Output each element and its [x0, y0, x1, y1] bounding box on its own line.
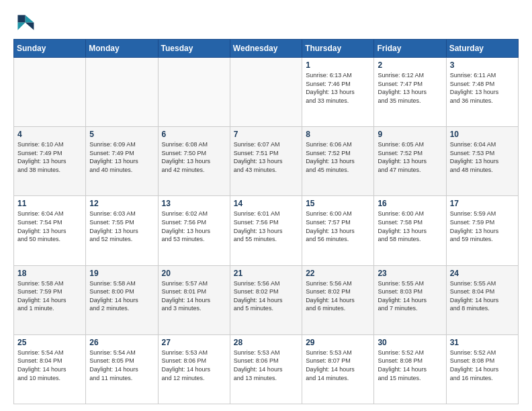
- day-cell: 22Sunrise: 5:56 AM Sunset: 8:02 PM Dayli…: [302, 265, 374, 334]
- day-cell: 23Sunrise: 5:55 AM Sunset: 8:03 PM Dayli…: [374, 265, 446, 334]
- day-cell: 2Sunrise: 6:12 AM Sunset: 7:47 PM Daylig…: [374, 58, 446, 127]
- day-cell: 25Sunrise: 5:54 AM Sunset: 8:04 PM Dayli…: [14, 334, 86, 404]
- day-cell: 1Sunrise: 6:13 AM Sunset: 7:46 PM Daylig…: [302, 58, 374, 127]
- day-info: Sunrise: 5:55 AM Sunset: 8:03 PM Dayligh…: [378, 279, 442, 313]
- svg-marker-0: [26, 15, 34, 22]
- weekday-friday: Friday: [374, 40, 446, 58]
- day-cell: 15Sunrise: 6:00 AM Sunset: 7:57 PM Dayli…: [302, 196, 374, 265]
- week-row-1: 1Sunrise: 6:13 AM Sunset: 7:46 PM Daylig…: [14, 58, 519, 127]
- logo-icon: [13, 11, 35, 32]
- day-number: 7: [234, 130, 298, 139]
- day-number: 11: [17, 199, 82, 208]
- day-cell: 14Sunrise: 6:01 AM Sunset: 7:56 PM Dayli…: [230, 196, 302, 265]
- day-cell: 20Sunrise: 5:57 AM Sunset: 8:01 PM Dayli…: [158, 265, 230, 334]
- day-number: 17: [450, 199, 515, 208]
- day-cell: 31Sunrise: 5:52 AM Sunset: 8:08 PM Dayli…: [446, 334, 518, 404]
- day-cell: 12Sunrise: 6:03 AM Sunset: 7:55 PM Dayli…: [86, 196, 158, 265]
- day-number: 22: [306, 269, 370, 278]
- weekday-tuesday: Tuesday: [158, 40, 230, 58]
- day-info: Sunrise: 6:07 AM Sunset: 7:51 PM Dayligh…: [234, 140, 298, 174]
- day-info: Sunrise: 5:53 AM Sunset: 8:06 PM Dayligh…: [162, 349, 226, 382]
- day-info: Sunrise: 6:05 AM Sunset: 7:52 PM Dayligh…: [378, 140, 442, 174]
- day-cell: 5Sunrise: 6:09 AM Sunset: 7:49 PM Daylig…: [86, 127, 158, 196]
- day-cell: 16Sunrise: 6:00 AM Sunset: 7:58 PM Dayli…: [374, 196, 446, 265]
- weekday-thursday: Thursday: [302, 40, 374, 58]
- day-info: Sunrise: 6:03 AM Sunset: 7:55 PM Dayligh…: [89, 210, 154, 243]
- day-number: 18: [17, 269, 82, 278]
- day-info: Sunrise: 5:55 AM Sunset: 8:04 PM Dayligh…: [450, 279, 515, 313]
- day-cell: 18Sunrise: 5:58 AM Sunset: 7:59 PM Dayli…: [14, 265, 86, 334]
- weekday-header-row: SundayMondayTuesdayWednesdayThursdayFrid…: [14, 40, 519, 58]
- day-info: Sunrise: 5:56 AM Sunset: 8:02 PM Dayligh…: [306, 279, 370, 313]
- day-cell: [14, 58, 86, 127]
- day-info: Sunrise: 6:13 AM Sunset: 7:46 PM Dayligh…: [306, 71, 370, 105]
- svg-marker-1: [26, 23, 34, 30]
- page: SundayMondayTuesdayWednesdayThursdayFrid…: [0, 0, 532, 411]
- weekday-wednesday: Wednesday: [230, 40, 302, 58]
- day-cell: 7Sunrise: 6:07 AM Sunset: 7:51 PM Daylig…: [230, 127, 302, 196]
- day-info: Sunrise: 6:04 AM Sunset: 7:54 PM Dayligh…: [17, 210, 82, 243]
- day-cell: 3Sunrise: 6:11 AM Sunset: 7:48 PM Daylig…: [446, 58, 518, 127]
- day-number: 4: [17, 130, 82, 139]
- day-cell: 29Sunrise: 5:53 AM Sunset: 8:07 PM Dayli…: [302, 334, 374, 404]
- day-number: 28: [234, 338, 298, 347]
- day-number: 15: [306, 199, 370, 208]
- svg-marker-3: [17, 23, 25, 30]
- day-number: 19: [89, 269, 154, 278]
- day-info: Sunrise: 5:56 AM Sunset: 8:02 PM Dayligh…: [234, 279, 298, 313]
- day-info: Sunrise: 6:12 AM Sunset: 7:47 PM Dayligh…: [378, 71, 442, 105]
- day-cell: [86, 58, 158, 127]
- day-number: 27: [162, 338, 226, 347]
- day-number: 13: [162, 199, 226, 208]
- day-number: 6: [162, 130, 226, 139]
- day-cell: 24Sunrise: 5:55 AM Sunset: 8:04 PM Dayli…: [446, 265, 518, 334]
- day-info: Sunrise: 6:04 AM Sunset: 7:53 PM Dayligh…: [450, 140, 515, 174]
- day-info: Sunrise: 5:53 AM Sunset: 8:07 PM Dayligh…: [306, 349, 370, 382]
- day-info: Sunrise: 5:58 AM Sunset: 7:59 PM Dayligh…: [17, 279, 82, 313]
- day-number: 2: [378, 60, 442, 70]
- day-info: Sunrise: 5:52 AM Sunset: 8:08 PM Dayligh…: [378, 349, 442, 382]
- calendar-body: 1Sunrise: 6:13 AM Sunset: 7:46 PM Daylig…: [14, 58, 519, 404]
- day-number: 31: [450, 338, 515, 347]
- day-number: 25: [17, 338, 82, 347]
- day-number: 9: [378, 130, 442, 139]
- weekday-sunday: Sunday: [14, 40, 86, 58]
- day-info: Sunrise: 5:52 AM Sunset: 8:08 PM Dayligh…: [450, 349, 515, 382]
- day-cell: 26Sunrise: 5:54 AM Sunset: 8:05 PM Dayli…: [86, 334, 158, 404]
- day-number: 14: [234, 199, 298, 208]
- logo: [13, 11, 38, 32]
- day-number: 8: [306, 130, 370, 139]
- day-number: 12: [89, 199, 154, 208]
- day-number: 5: [89, 130, 154, 139]
- week-row-3: 11Sunrise: 6:04 AM Sunset: 7:54 PM Dayli…: [14, 196, 519, 265]
- calendar-header: SundayMondayTuesdayWednesdayThursdayFrid…: [14, 40, 519, 58]
- day-number: 26: [89, 338, 154, 347]
- day-cell: 19Sunrise: 5:58 AM Sunset: 8:00 PM Dayli…: [86, 265, 158, 334]
- day-number: 21: [234, 269, 298, 278]
- day-info: Sunrise: 5:59 AM Sunset: 7:59 PM Dayligh…: [450, 210, 515, 243]
- day-cell: [158, 58, 230, 127]
- day-cell: 4Sunrise: 6:10 AM Sunset: 7:49 PM Daylig…: [14, 127, 86, 196]
- day-cell: 30Sunrise: 5:52 AM Sunset: 8:08 PM Dayli…: [374, 334, 446, 404]
- day-info: Sunrise: 6:01 AM Sunset: 7:56 PM Dayligh…: [234, 210, 298, 243]
- svg-marker-2: [17, 15, 25, 22]
- day-info: Sunrise: 5:58 AM Sunset: 8:00 PM Dayligh…: [89, 279, 154, 313]
- day-number: 3: [450, 60, 515, 70]
- weekday-saturday: Saturday: [446, 40, 518, 58]
- week-row-2: 4Sunrise: 6:10 AM Sunset: 7:49 PM Daylig…: [14, 127, 519, 196]
- day-info: Sunrise: 6:00 AM Sunset: 7:57 PM Dayligh…: [306, 210, 370, 243]
- header: [13, 11, 519, 32]
- day-number: 10: [450, 130, 515, 139]
- day-cell: 9Sunrise: 6:05 AM Sunset: 7:52 PM Daylig…: [374, 127, 446, 196]
- day-info: Sunrise: 6:10 AM Sunset: 7:49 PM Dayligh…: [17, 140, 82, 174]
- day-info: Sunrise: 5:53 AM Sunset: 8:06 PM Dayligh…: [234, 349, 298, 382]
- day-cell: 8Sunrise: 6:06 AM Sunset: 7:52 PM Daylig…: [302, 127, 374, 196]
- day-cell: 13Sunrise: 6:02 AM Sunset: 7:56 PM Dayli…: [158, 196, 230, 265]
- weekday-monday: Monday: [86, 40, 158, 58]
- day-number: 30: [378, 338, 442, 347]
- day-cell: 6Sunrise: 6:08 AM Sunset: 7:50 PM Daylig…: [158, 127, 230, 196]
- day-cell: 21Sunrise: 5:56 AM Sunset: 8:02 PM Dayli…: [230, 265, 302, 334]
- day-number: 29: [306, 338, 370, 347]
- day-number: 1: [306, 60, 370, 70]
- day-info: Sunrise: 5:54 AM Sunset: 8:05 PM Dayligh…: [89, 349, 154, 382]
